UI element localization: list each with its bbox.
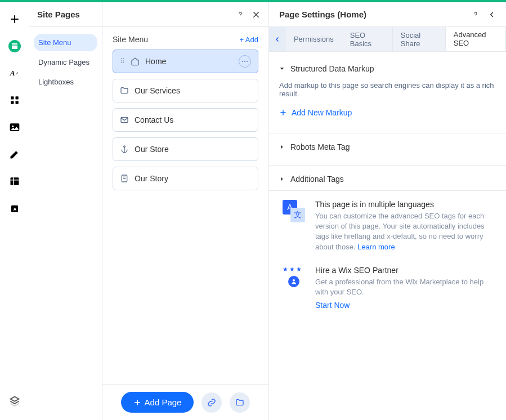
tabs-scroll-left-button[interactable] xyxy=(269,27,286,51)
add-markup-link[interactable]: Add New Markup xyxy=(279,108,496,117)
seo-partner-icon: ★★★ xyxy=(283,266,305,288)
page-item-home[interactable]: ⠿ Home ⋯ xyxy=(113,50,258,73)
chevron-down-icon xyxy=(279,66,285,72)
svg-point-8 xyxy=(12,126,14,127)
anchor-icon xyxy=(120,145,129,154)
nav-item-site-menu[interactable]: Site Menu xyxy=(34,34,97,51)
learn-more-link[interactable]: Learn more xyxy=(357,243,395,251)
mail-icon xyxy=(120,115,129,124)
structured-data-description: Add markup to this page so search engine… xyxy=(279,81,496,98)
folder-icon xyxy=(120,86,129,95)
pages-icon[interactable] xyxy=(7,38,23,54)
plus-icon[interactable] xyxy=(7,11,23,27)
page-settings-panel: Page Settings (Home) Permissions SEO Bas… xyxy=(269,2,506,420)
page-item-our-store[interactable]: Our Store xyxy=(113,137,258,161)
accordion-robots-meta[interactable]: Robots Meta Tag xyxy=(279,140,496,154)
seo-partner-description: Get a professional from the Wix Marketpl… xyxy=(315,277,492,297)
nav-item-dynamic-pages[interactable]: Dynamic Pages xyxy=(34,53,97,71)
add-menu-item-link[interactable]: + Add xyxy=(239,35,258,44)
svg-text:A: A xyxy=(10,69,15,77)
add-markup-label: Add New Markup xyxy=(292,108,352,117)
site-menu-panel: Site Menu + Add ⠿ Home ⋯ Our Services xyxy=(102,2,269,420)
accordion-title: Robots Meta Tag xyxy=(290,142,350,151)
tab-social-share[interactable]: Social Share xyxy=(393,27,446,51)
nav-item-lightboxes[interactable]: Lightboxes xyxy=(34,73,97,91)
page-link-button[interactable] xyxy=(201,392,222,413)
page-item-label: Contact Us xyxy=(135,115,173,124)
multilang-icon: A文 xyxy=(283,200,305,222)
svg-rect-1 xyxy=(12,43,17,49)
accordion-title: Additional Tags xyxy=(290,175,344,184)
accordion-title: Structured Data Markup xyxy=(290,64,374,73)
page-item-label: Our Story xyxy=(135,174,168,183)
svg-rect-3 xyxy=(11,96,14,99)
plus-icon xyxy=(279,109,287,117)
page-item-our-services[interactable]: Our Services xyxy=(113,79,258,102)
svg-point-16 xyxy=(293,279,295,282)
multilang-card: A文 This page is in multiple languages Yo… xyxy=(269,190,506,257)
page-item-our-story[interactable]: Our Story xyxy=(113,167,258,190)
page-item-label: Home xyxy=(145,57,166,66)
design-icon[interactable]: A xyxy=(7,65,23,81)
multilang-title: This page is in multiple languages xyxy=(315,200,492,209)
start-now-link[interactable]: Start Now xyxy=(315,301,492,310)
seo-partner-title: Hire a Wix SEO Partner xyxy=(315,266,492,275)
help-icon[interactable] xyxy=(236,10,245,19)
page-item-label: Our Store xyxy=(135,145,169,154)
store-icon[interactable]: A xyxy=(7,200,23,216)
tab-advanced-seo[interactable]: Advanced SEO xyxy=(446,27,506,51)
home-icon xyxy=(131,57,140,66)
site-pages-panel: Site Pages Site Menu Dynamic Pages Light… xyxy=(29,2,102,420)
media-icon[interactable] xyxy=(7,119,23,135)
svg-rect-9 xyxy=(11,177,19,185)
chevron-right-icon xyxy=(279,144,285,150)
page-item-label: Our Services xyxy=(135,86,180,95)
site-menu-title: Site Menu xyxy=(113,35,148,44)
close-icon[interactable] xyxy=(252,10,261,19)
page-settings-title: Page Settings (Home) xyxy=(279,10,366,19)
tab-permissions[interactable]: Permissions xyxy=(286,27,342,51)
accordion-additional-tags[interactable]: Additional Tags xyxy=(279,172,496,186)
svg-text:A: A xyxy=(14,207,17,212)
data-icon[interactable] xyxy=(7,173,23,189)
accordion-structured-data[interactable]: Structured Data Markup xyxy=(279,62,496,75)
help-icon[interactable] xyxy=(471,10,480,19)
page-item-contact-us[interactable]: Contact Us xyxy=(113,108,258,132)
chevron-right-icon xyxy=(279,176,285,182)
chevron-left-icon[interactable] xyxy=(488,11,496,19)
apps-icon[interactable] xyxy=(7,92,23,108)
svg-rect-5 xyxy=(11,101,14,104)
layers-icon[interactable] xyxy=(7,393,23,409)
svg-rect-6 xyxy=(16,101,19,104)
blog-icon[interactable] xyxy=(7,146,23,162)
svg-rect-4 xyxy=(16,96,19,99)
page-folder-button[interactable] xyxy=(230,392,250,413)
left-rail: A A xyxy=(0,2,29,420)
svg-point-14 xyxy=(124,146,126,148)
tab-seo-basics[interactable]: SEO Basics xyxy=(342,27,393,51)
page-actions-button[interactable]: ⋯ xyxy=(239,55,251,68)
multilang-description: You can customize the advanced SEO tags … xyxy=(315,212,485,251)
seo-partner-card: ★★★ Hire a Wix SEO Partner Get a profess… xyxy=(269,257,506,314)
tabs-row: Permissions SEO Basics Social Share Adva… xyxy=(269,27,506,52)
drag-handle-icon[interactable]: ⠿ xyxy=(120,60,125,62)
add-page-button-label: Add Page xyxy=(145,397,182,407)
site-pages-title: Site Pages xyxy=(29,2,102,27)
add-page-button[interactable]: Add Page xyxy=(121,392,194,413)
page-icon xyxy=(120,174,129,183)
